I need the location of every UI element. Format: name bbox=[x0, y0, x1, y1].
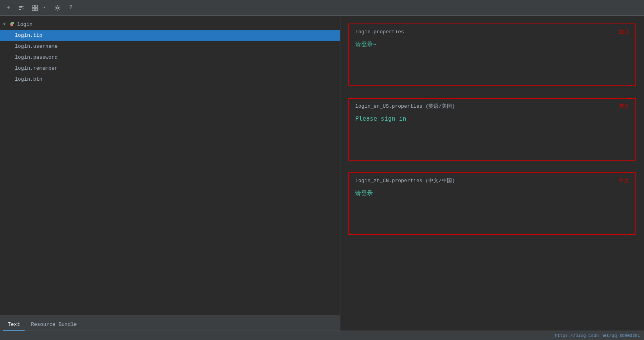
card-zh-cn-body: 请登录 bbox=[349, 186, 635, 218]
card-default: login.properties 默认 请登录~ bbox=[348, 24, 636, 86]
card-zh-cn: login_zh_CN.properties (中文/中国) 中文 请登录 bbox=[348, 172, 636, 235]
card-zh-cn-value: 请登录 bbox=[355, 190, 373, 197]
tree-content: ▼ login login.tip login.username bbox=[0, 16, 340, 315]
card-default-title: login.properties bbox=[355, 29, 404, 35]
card-default-body: 请登录~ bbox=[349, 38, 635, 69]
svg-rect-6 bbox=[35, 5, 38, 7]
resource-panel: login.properties 默认 请登录~ login_en_US.pro… bbox=[340, 16, 644, 331]
svg-rect-8 bbox=[35, 8, 38, 11]
tree-item-login-remember[interactable]: login.remember bbox=[0, 63, 340, 74]
card-en-us-tag: 英文 bbox=[619, 103, 629, 110]
add-button[interactable]: + bbox=[4, 4, 13, 12]
tree-item-label: login.btn bbox=[15, 76, 42, 82]
tree-item-label: login.password bbox=[15, 54, 58, 60]
card-default-tag: 默认 bbox=[619, 28, 629, 35]
grid-button[interactable] bbox=[31, 4, 39, 12]
status-bar: https://blog.csdn.net/qq_36903261 bbox=[0, 331, 644, 340]
svg-point-9 bbox=[57, 7, 59, 9]
svg-rect-7 bbox=[32, 8, 34, 11]
card-zh-cn-tag: 中文 bbox=[619, 177, 629, 184]
tree-item-login-btn[interactable]: login.btn bbox=[0, 74, 340, 85]
sort-button[interactable] bbox=[17, 4, 26, 12]
bottom-tabs: Text Resource Bundle bbox=[0, 315, 340, 331]
tab-resource-bundle[interactable]: Resource Bundle bbox=[26, 319, 81, 331]
tree-item-login-username[interactable]: login.username bbox=[0, 41, 340, 52]
tree-item-login-tip[interactable]: login.tip bbox=[0, 30, 340, 41]
tree-item-login-password[interactable]: login.password bbox=[0, 52, 340, 63]
svg-rect-5 bbox=[32, 5, 34, 7]
card-en-us-value: Please sign in bbox=[355, 115, 407, 122]
help-button[interactable]: ? bbox=[67, 4, 75, 12]
svg-rect-1 bbox=[19, 7, 22, 8]
tree-item-label: login.username bbox=[15, 43, 58, 49]
card-en-us-title: login_en_US.properties (英语/美国) bbox=[355, 103, 455, 110]
card-default-value: 请登录~ bbox=[355, 42, 376, 48]
tree-root-label: login bbox=[17, 22, 32, 27]
tab-text[interactable]: Text bbox=[3, 319, 25, 331]
svg-marker-3 bbox=[23, 5, 23, 7]
tree-item-label: login.remember bbox=[15, 65, 58, 71]
login-folder-icon bbox=[9, 21, 16, 27]
toolbar: + ▾ ? bbox=[0, 0, 644, 16]
card-en-us-header: login_en_US.properties (英语/美国) 英文 bbox=[349, 99, 635, 112]
card-zh-cn-title: login_zh_CN.properties (中文/中国) bbox=[355, 177, 455, 184]
svg-marker-4 bbox=[23, 8, 23, 10]
svg-rect-12 bbox=[11, 24, 13, 26]
card-en-us-body: Please sign in bbox=[349, 112, 635, 143]
main-content: ▼ login login.tip login.username bbox=[0, 16, 644, 331]
svg-rect-2 bbox=[19, 9, 21, 10]
svg-rect-0 bbox=[19, 6, 23, 7]
card-en-us: login_en_US.properties (英语/美国) 英文 Please… bbox=[348, 98, 636, 161]
status-url[interactable]: https://blog.csdn.net/qq_36903261 bbox=[555, 333, 640, 338]
file-tree-panel: ▼ login login.tip login.username bbox=[0, 16, 340, 331]
tree-arrow: ▼ bbox=[3, 22, 9, 27]
tree-root-login[interactable]: ▼ login bbox=[0, 19, 340, 30]
settings-button[interactable] bbox=[53, 4, 62, 12]
tree-item-label: login.tip bbox=[15, 33, 42, 38]
card-zh-cn-header: login_zh_CN.properties (中文/中国) 中文 bbox=[349, 173, 635, 186]
dropdown-arrow[interactable]: ▾ bbox=[40, 4, 49, 12]
card-default-header: login.properties 默认 bbox=[349, 24, 635, 38]
